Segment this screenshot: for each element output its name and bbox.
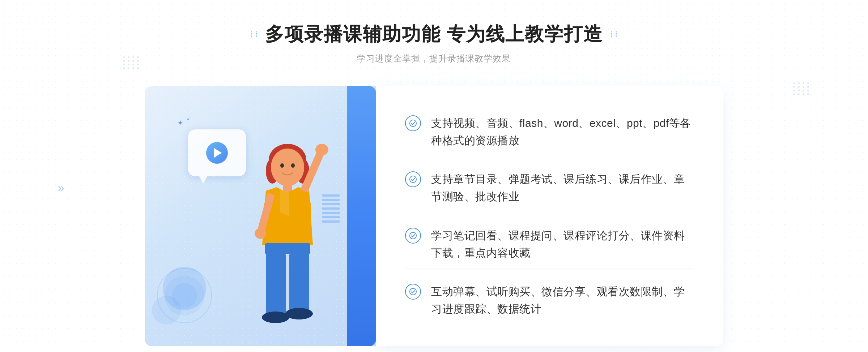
svg-point-14 [285,308,313,319]
feature-item-1: 支持视频、音频、flash、word、excel、ppt、pdf等各种格式的资源… [405,108,694,156]
svg-rect-11 [266,252,286,315]
title-decorator-left [250,29,258,39]
title-decorator-right [610,29,618,39]
left-arrow-decoration: » [58,181,64,194]
feature-text-1: 支持视频、音频、flash、word、excel、ppt、pdf等各种格式的资源… [431,115,694,149]
bottom-circles [156,267,213,325]
svg-rect-12 [289,252,309,312]
check-icon-1 [405,115,421,131]
title-row: 多项录播课辅助功能 专为线上教学打造 [250,22,618,47]
content-section: ✦ ✦ [145,86,723,346]
svg-point-19 [410,176,416,183]
header-section: 多项录播课辅助功能 专为线上教学打造 学习进度全掌握，提升录播课教学效果 [250,22,618,64]
top-left-dot-decoration [123,56,140,69]
star-decoration-2: ✦ [186,117,190,122]
play-button-icon [206,142,228,164]
feature-item-4: 互动弹幕、试听购买、微信分享、观看次数限制、学习进度跟踪、数据统计 [405,276,694,324]
illustration-area: ✦ ✦ [145,86,376,346]
page-container: » 多项录播课辅助功能 专为线上教学打造 学习进度全掌握，提升录播课教学效果 ✦ [0,0,868,352]
main-title: 多项录播课辅助功能 专为线上教学打造 [265,22,603,47]
features-area: 支持视频、音频、flash、word、excel、ppt、pdf等各种格式的资源… [376,86,723,346]
feature-text-2: 支持章节目录、弹题考试、课后练习、课后作业、章节测验、批改作业 [431,171,694,205]
svg-point-17 [172,283,197,308]
svg-point-9 [255,228,266,239]
check-icon-4 [405,284,421,300]
feature-item-3: 学习笔记回看、课程提问、课程评论打分、课件资料下载，重点内容收藏 [405,220,694,269]
feature-text-3: 学习笔记回看、课程提问、课程评论打分、课件资料下载，重点内容收藏 [431,227,694,262]
play-triangle [214,148,222,158]
person-illustration [233,129,342,346]
svg-point-13 [262,312,289,323]
blue-strip-decoration [347,86,376,346]
svg-point-21 [410,288,416,295]
svg-point-5 [291,163,295,168]
check-icon-3 [405,228,421,244]
svg-point-8 [315,144,328,155]
svg-point-20 [410,232,416,239]
check-icon-2 [405,171,421,187]
svg-point-3 [271,149,304,186]
right-dot-decoration [793,82,810,95]
svg-point-18 [410,120,416,126]
subtitle: 学习进度全掌握，提升录播课教学效果 [250,53,618,64]
feature-item-2: 支持章节目录、弹题考试、课后练习、课后作业、章节测验、批改作业 [405,164,694,212]
feature-text-4: 互动弹幕、试听购买、微信分享、观看次数限制、学习进度跟踪、数据统计 [431,283,694,318]
svg-point-4 [280,163,284,168]
star-decoration-1: ✦ [177,119,183,127]
